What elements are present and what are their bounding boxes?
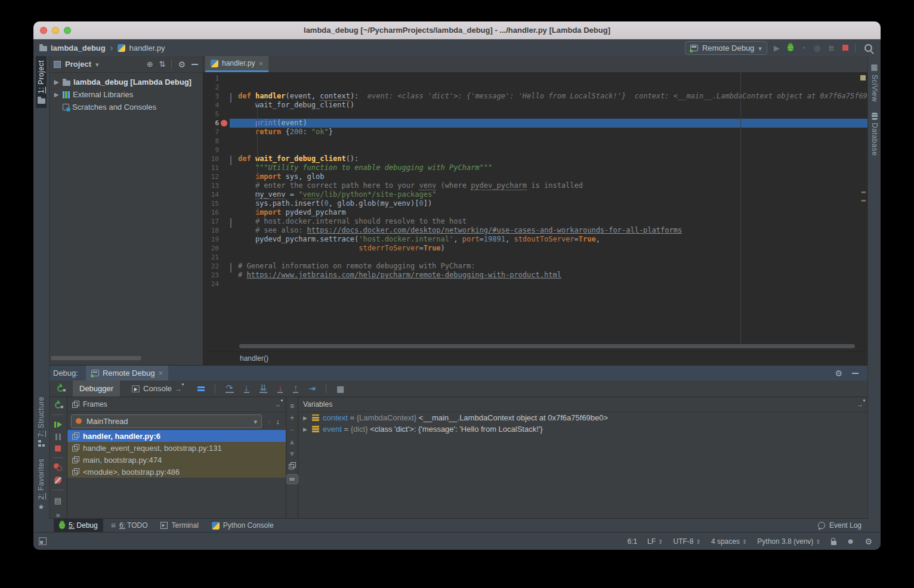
run-with-coverage-button[interactable]: ≣ bbox=[828, 44, 835, 52]
fold-slot[interactable] bbox=[230, 183, 236, 188]
force-step-into-button[interactable]: ↓ bbox=[277, 384, 283, 393]
run-button[interactable]: ▶ bbox=[774, 44, 780, 52]
breakpoint-slot[interactable] bbox=[219, 128, 230, 137]
step-out-button[interactable]: ↑ bbox=[293, 384, 298, 393]
status-item-4-spaces[interactable]: 4 spaces bbox=[711, 537, 747, 546]
breakpoint-slot[interactable] bbox=[219, 244, 230, 253]
toolwindow-button-terminal[interactable]: Terminal bbox=[155, 519, 203, 532]
evaluate-watches-toggle[interactable]: ∞ bbox=[286, 474, 298, 484]
breakpoint-slot[interactable] bbox=[219, 190, 230, 199]
fold-slot[interactable] bbox=[230, 210, 236, 215]
previous-frame-button[interactable] bbox=[267, 417, 271, 426]
toolwindow-button-5-debug[interactable]: 5: Debug bbox=[54, 519, 103, 532]
fold-slot[interactable] bbox=[230, 85, 236, 90]
editor-tab-handler-py[interactable]: handler.py bbox=[205, 56, 268, 72]
chevron-down-icon[interactable] bbox=[95, 60, 99, 69]
move-up-button[interactable]: ▲ bbox=[289, 438, 296, 445]
gutter[interactable]: 9 bbox=[203, 146, 230, 154]
debug-button[interactable] bbox=[788, 44, 793, 51]
debug-session-tab[interactable]: Remote Debug bbox=[86, 366, 168, 380]
gutter[interactable]: 10 bbox=[203, 154, 230, 163]
breakpoint-slot[interactable] bbox=[219, 137, 230, 146]
fold-slot[interactable] bbox=[230, 264, 236, 269]
variable-row[interactable]: ▶context = {LambdaContext} <__main__.Lam… bbox=[298, 412, 868, 423]
thread-selector[interactable]: MainThread bbox=[71, 414, 262, 428]
breakpoint-slot[interactable] bbox=[219, 163, 230, 172]
breadcrumb-project[interactable]: lambda_debug bbox=[51, 44, 106, 52]
fold-slot[interactable] bbox=[230, 165, 236, 171]
gutter[interactable]: 16 bbox=[203, 208, 230, 217]
breakpoint-slot[interactable] bbox=[219, 146, 230, 154]
restore-layout-button[interactable] bbox=[54, 496, 61, 505]
status-item-utf-8[interactable]: UTF-8 bbox=[673, 537, 700, 546]
resume-button[interactable] bbox=[54, 421, 62, 428]
watches-menu-button[interactable]: ≡ bbox=[290, 403, 294, 410]
fold-slot[interactable] bbox=[230, 273, 236, 278]
project-panel-title[interactable]: Project bbox=[65, 60, 91, 69]
gutter[interactable]: 13 bbox=[203, 181, 230, 190]
hide-panel-button[interactable] bbox=[852, 373, 859, 374]
chevron-right-icon[interactable]: ▶ bbox=[303, 415, 308, 421]
gutter[interactable]: 6 bbox=[203, 119, 230, 128]
breakpoint-slot[interactable] bbox=[219, 172, 230, 181]
pause-button[interactable] bbox=[55, 434, 61, 440]
evaluate-expression-button[interactable]: ▦ bbox=[336, 384, 344, 394]
gear-icon[interactable] bbox=[178, 60, 186, 69]
project-horizontal-scrollbar[interactable] bbox=[51, 356, 141, 360]
run-to-cursor-button[interactable]: ⇥ bbox=[308, 384, 316, 393]
error-stripe-mark[interactable] bbox=[861, 200, 866, 202]
close-icon[interactable] bbox=[158, 369, 163, 377]
step-into-my-code-button[interactable]: ⇊ bbox=[260, 384, 268, 393]
add-watch-button[interactable]: + bbox=[290, 414, 294, 422]
breakpoint-slot[interactable] bbox=[219, 154, 230, 163]
hide-tool-windows-button[interactable] bbox=[39, 537, 47, 545]
breakpoint-slot[interactable] bbox=[219, 101, 230, 110]
code-editor[interactable]: 123def handler(event, context): event: <… bbox=[203, 72, 868, 352]
gutter[interactable]: 14 bbox=[203, 190, 230, 199]
gutter[interactable]: 24 bbox=[203, 280, 230, 289]
breakpoint-slot[interactable] bbox=[219, 226, 230, 235]
tree-row[interactable]: ▶lambda_debug [Lambda Debug] bbox=[49, 76, 203, 88]
chevron-icon[interactable]: ▶ bbox=[53, 91, 60, 98]
gutter[interactable]: 8 bbox=[203, 137, 230, 146]
gutter[interactable]: 2 bbox=[203, 83, 230, 92]
close-icon[interactable] bbox=[258, 59, 263, 68]
fold-slot[interactable] bbox=[230, 228, 236, 233]
breakpoint-slot[interactable] bbox=[219, 74, 230, 83]
fold-slot[interactable] bbox=[230, 192, 236, 197]
coverage-button[interactable]: ◎ bbox=[814, 44, 820, 52]
gear-icon[interactable] bbox=[864, 537, 872, 546]
tree-row[interactable]: ▶External Libraries bbox=[49, 88, 203, 101]
breakpoint-slot[interactable] bbox=[219, 208, 230, 217]
remove-watch-button[interactable]: − bbox=[290, 426, 294, 434]
fold-slot[interactable] bbox=[230, 120, 236, 126]
toolwindow-button-python-console[interactable]: Python Console bbox=[206, 519, 279, 532]
step-into-button[interactable]: ↓ bbox=[244, 384, 249, 393]
error-stripe-mark[interactable] bbox=[860, 75, 866, 81]
next-frame-button[interactable] bbox=[276, 417, 280, 426]
fold-slot[interactable] bbox=[230, 255, 236, 260]
breakpoint-slot[interactable] bbox=[219, 262, 230, 271]
gutter[interactable]: 22 bbox=[203, 262, 230, 271]
tab-console[interactable]: Console bbox=[125, 380, 189, 397]
fold-slot[interactable] bbox=[230, 156, 236, 162]
fold-slot[interactable] bbox=[230, 174, 236, 180]
stop-debug-button[interactable] bbox=[55, 445, 61, 451]
sidebar-item-2-favorites[interactable]: 2: Favorites bbox=[36, 454, 47, 515]
fold-slot[interactable] bbox=[230, 281, 236, 287]
fold-slot[interactable] bbox=[230, 237, 236, 242]
move-down-button[interactable]: ▼ bbox=[289, 450, 296, 457]
sidebar-item-7-structure[interactable]: 7: Structure bbox=[36, 392, 47, 451]
inspections-profile-icon[interactable] bbox=[847, 537, 855, 546]
step-over-button[interactable]: ↷ bbox=[226, 384, 234, 393]
editor-horizontal-scrollbar[interactable] bbox=[239, 344, 855, 348]
breakpoint-slot[interactable] bbox=[219, 280, 230, 289]
gutter[interactable]: 23 bbox=[203, 271, 230, 280]
breakpoint-slot[interactable] bbox=[219, 199, 230, 208]
error-stripe-mark[interactable] bbox=[861, 191, 866, 193]
breakpoint-slot[interactable] bbox=[219, 83, 230, 92]
rerun-debug-button[interactable] bbox=[54, 401, 61, 409]
breakpoint-slot[interactable] bbox=[219, 217, 230, 226]
breadcrumb-function[interactable]: handler() bbox=[203, 354, 268, 363]
view-breakpoints-button[interactable] bbox=[54, 463, 62, 471]
